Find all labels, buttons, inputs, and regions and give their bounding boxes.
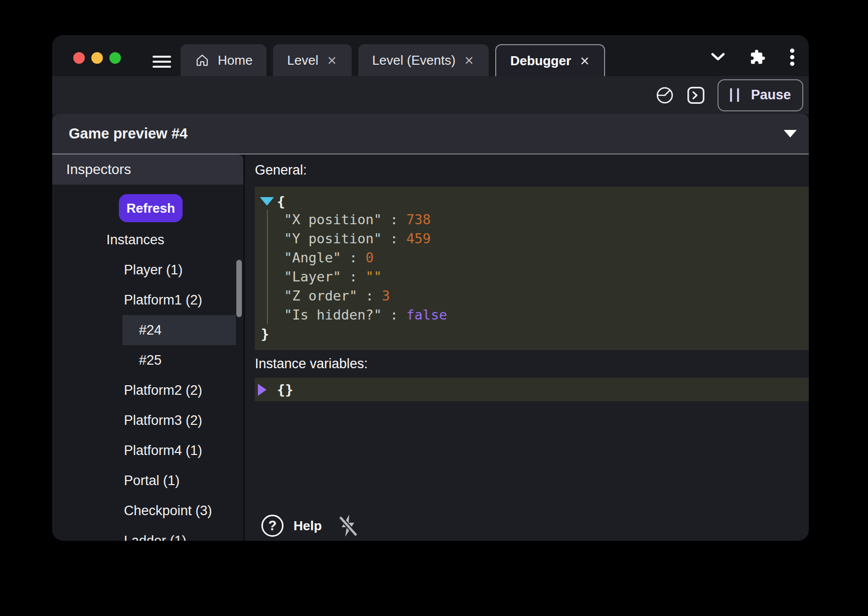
json-property-row: "Z order" : 3 <box>284 286 809 305</box>
json-property-row: "Angle" : 0 <box>284 248 809 267</box>
pause-icon <box>730 88 739 102</box>
close-tab-icon[interactable]: × <box>579 53 590 69</box>
json-property-key: "Y position" <box>284 231 382 246</box>
json-property-row: "Layer" : "" <box>284 267 809 286</box>
tab-label: Home <box>218 53 252 68</box>
inspector-detail-panel: General: { "X position" : 738"Y position… <box>245 155 809 541</box>
json-property-key: "Is hidden?" <box>284 307 382 323</box>
titlebar-actions <box>710 47 795 67</box>
performance-profiler-icon[interactable] <box>655 86 674 105</box>
tree-item-label: Instances <box>106 232 165 248</box>
close-brace: } <box>261 326 269 342</box>
tree-item-label: Platform2 (2) <box>124 383 202 398</box>
open-brace: { <box>277 194 285 209</box>
json-property-value: 738 <box>406 212 431 227</box>
hamburger-menu-icon[interactable] <box>153 56 171 68</box>
json-separator: : <box>382 212 406 227</box>
collapse-object-icon[interactable] <box>260 197 274 206</box>
json-property-value: 459 <box>406 231 431 246</box>
json-separator: : <box>382 307 406 323</box>
json-separator: : <box>341 250 366 265</box>
tree-item-label: Portal (1) <box>124 473 180 489</box>
minimize-window-button[interactable] <box>91 52 103 64</box>
pause-button-label: Pause <box>751 87 791 103</box>
title-bar: Home Level × Level (Events) × Debugger × <box>52 35 809 76</box>
tree-item[interactable]: Instances <box>52 225 243 255</box>
extensions-puzzle-icon[interactable] <box>750 49 766 65</box>
sidebar-scrollbar-thumb[interactable] <box>236 260 242 317</box>
tree-item-label: Player (1) <box>124 262 183 278</box>
tab-label: Level <box>287 53 318 68</box>
app-window: Home Level × Level (Events) × Debugger × <box>52 35 809 541</box>
tree-item[interactable]: Checkpoint (3) <box>52 496 243 526</box>
close-tab-icon[interactable]: × <box>464 53 475 68</box>
dropdown-caret-icon <box>784 130 797 137</box>
expand-variables-icon[interactable] <box>258 384 266 396</box>
tree-item[interactable]: Platform3 (2) <box>52 405 243 435</box>
zoom-window-button[interactable] <box>109 52 121 64</box>
refresh-button[interactable]: Refresh <box>119 194 183 222</box>
general-section-label: General: <box>255 163 307 178</box>
json-separator: : <box>382 231 406 246</box>
json-property-key: "Layer" <box>284 269 341 284</box>
general-properties-panel: { "X position" : 738"Y position" : 459"A… <box>255 187 809 350</box>
instance-variables-value: {} <box>277 382 294 397</box>
tab-label: Debugger <box>510 53 571 69</box>
tree-item-label: Platform1 (2) <box>124 292 202 308</box>
home-icon <box>195 53 210 68</box>
pause-button[interactable]: Pause <box>717 79 803 111</box>
tab-level-events[interactable]: Level (Events) × <box>358 44 489 76</box>
help-row: ? Help <box>261 514 359 538</box>
json-property-value: 0 <box>366 250 374 265</box>
tab-level[interactable]: Level × <box>273 44 351 76</box>
json-property-row: "Y position" : 459 <box>284 229 809 248</box>
tab-home[interactable]: Home <box>181 44 266 76</box>
tree-item-label: Platform3 (2) <box>124 413 202 428</box>
json-property-key: "X position" <box>284 212 382 227</box>
chevron-down-icon[interactable] <box>710 53 726 62</box>
json-property-row: "Is hidden?" : false <box>284 305 809 324</box>
tree-item[interactable]: Player (1) <box>52 255 243 285</box>
close-tab-icon[interactable]: × <box>327 53 338 68</box>
json-property-key: "Angle" <box>284 250 341 265</box>
flash-off-icon[interactable] <box>338 514 359 538</box>
tree-item[interactable]: Platform1 (2) <box>52 285 243 315</box>
inspectors-header: Inspectors <box>52 155 243 185</box>
close-window-button[interactable] <box>73 52 85 64</box>
traffic-lights <box>73 52 121 64</box>
tree-item-selected[interactable]: #24 <box>122 315 236 345</box>
tab-label: Level (Events) <box>372 53 456 68</box>
tree-item-label: #24 <box>139 323 162 338</box>
tree-item[interactable]: Portal (1) <box>52 466 243 496</box>
inspectors-sidebar: Inspectors Refresh InstancesPlayer (1)Pl… <box>52 155 243 541</box>
json-property-value: 3 <box>382 288 390 303</box>
tree-item-label: Checkpoint (3) <box>124 503 212 519</box>
tree-item[interactable]: Ladder (1) <box>52 526 243 541</box>
instance-variables-panel: {} <box>255 378 809 401</box>
json-property-key: "Z order" <box>284 288 357 303</box>
json-separator: : <box>341 269 366 284</box>
debugger-toolbar: Pause <box>52 76 809 114</box>
tree-item[interactable]: Platform2 (2) <box>52 375 243 405</box>
console-icon[interactable] <box>686 86 705 105</box>
kebab-menu-icon[interactable] <box>790 48 795 66</box>
tree-item-label: #25 <box>139 353 162 368</box>
help-icon[interactable]: ? <box>261 515 283 537</box>
tree-item[interactable]: Platform4 (1) <box>52 435 243 466</box>
tree-item[interactable]: #25 <box>52 345 243 375</box>
help-label: Help <box>294 518 322 534</box>
tree-item-label: Ladder (1) <box>124 533 187 541</box>
instance-variables-label: Instance variables: <box>255 356 368 372</box>
json-property-row: "X position" : 738 <box>284 210 809 229</box>
preview-selector-label: Game preview #4 <box>69 125 188 142</box>
json-property-value: "" <box>366 269 382 284</box>
json-property-value: false <box>406 307 447 323</box>
object-properties: "X position" : 738"Y position" : 459"Ang… <box>267 210 809 324</box>
preview-selector[interactable]: Game preview #4 <box>52 114 809 155</box>
tree-item-label: Platform4 (1) <box>124 443 202 458</box>
tab-debugger[interactable]: Debugger × <box>495 44 605 76</box>
tab-bar: Home Level × Level (Events) × Debugger × <box>181 44 605 76</box>
instances-tree: InstancesPlayer (1)Platform1 (2)#24#25Pl… <box>52 225 243 541</box>
json-separator: : <box>357 288 382 303</box>
